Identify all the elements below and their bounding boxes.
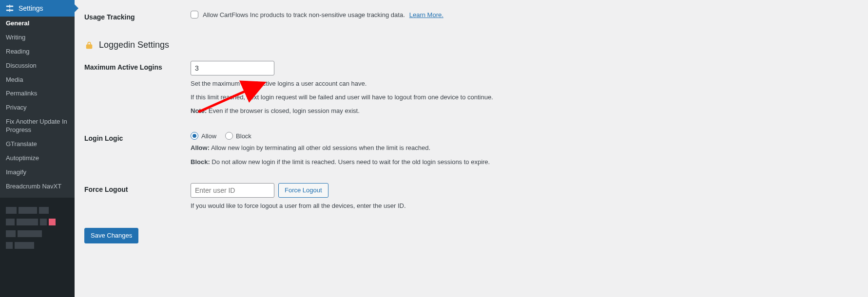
submenu-item-privacy[interactable]: Privacy: [0, 101, 75, 115]
section-heading-text: Loggedin Settings: [99, 40, 169, 50]
max-logins-desc1: Set the maximum no. of active logins a u…: [191, 78, 858, 89]
svg-rect-0: [6, 6, 9, 7]
usage-tracking-text: Allow CartFlows Inc products to track no…: [203, 11, 405, 19]
login-logic-block-desc-text: Do not allow new login if the limit is r…: [210, 158, 490, 166]
login-logic-allow-radio[interactable]: [191, 132, 198, 140]
login-logic-radios: Allow Block: [191, 132, 858, 140]
login-logic-allow-desc-text: Allow new login by terminating all other…: [210, 144, 430, 151]
lock-icon: [84, 40, 94, 50]
row-max-active-logins: Maximum Active Logins Set the maximum no…: [84, 53, 858, 124]
sidebar-item-settings[interactable]: Settings: [0, 0, 75, 17]
settings-form: Usage Tracking Allow CartFlows Inc produ…: [84, 3, 858, 243]
max-logins-desc2: If this limit reached, next login reques…: [191, 92, 858, 103]
label-login-logic: Login Logic: [84, 132, 191, 143]
usage-tracking-learn-more-link[interactable]: Learn More.: [409, 11, 444, 19]
main-content: Usage Tracking Allow Brainstorm Force pr…: [75, 0, 868, 297]
force-logout-button[interactable]: Force Logout: [278, 183, 328, 198]
label-max-active-logins: Maximum Active Logins: [84, 61, 191, 72]
admin-sidebar: Settings General Writing Reading Discuss…: [0, 0, 75, 297]
submenu-item-media[interactable]: Media: [0, 73, 75, 87]
section-heading-loggedin: Loggedin Settings: [84, 40, 858, 50]
login-logic-allow-label: Allow: [201, 132, 216, 140]
login-logic-block-wrap[interactable]: Block: [225, 132, 251, 140]
max-logins-note-text: Even if the browser is closed, login ses…: [207, 107, 360, 114]
login-logic-block-desc-label: Block:: [191, 158, 210, 166]
login-logic-block-radio[interactable]: [225, 132, 233, 140]
submenu-item-general[interactable]: General: [0, 17, 75, 31]
label-force-logout: Force Logout: [84, 183, 191, 194]
submenu-item-breadcrumb[interactable]: Breadcrumb NavXT: [0, 180, 75, 194]
row-force-logout: Force Logout Force Logout If you would l…: [84, 175, 858, 219]
submenu-item-imagify[interactable]: Imagify: [0, 166, 75, 180]
usage-tracking-checkbox-wrap: Allow CartFlows Inc products to track no…: [191, 11, 858, 19]
submit-row: Save Changes: [84, 228, 858, 243]
usage-tracking-checkbox[interactable]: [191, 11, 198, 19]
force-logout-input[interactable]: [191, 183, 274, 198]
login-logic-allow-desc: Allow: Allow new login by terminating al…: [191, 143, 858, 153]
settings-icon: [5, 3, 15, 13]
sidebar-item-label: Settings: [19, 4, 43, 12]
login-logic-allow-wrap[interactable]: Allow: [191, 132, 216, 140]
submenu-item-autoptimize[interactable]: Autoptimize: [0, 151, 75, 166]
row-login-logic: Login Logic Allow Block Allow: Allow new…: [84, 124, 858, 175]
max-active-logins-input[interactable]: [191, 61, 274, 75]
sidebar-redacted-items: [0, 198, 75, 258]
svg-rect-4: [9, 5, 10, 8]
submenu-item-fix-update[interactable]: Fix Another Update In Progress: [0, 115, 75, 137]
submenu-item-discussion[interactable]: Discussion: [0, 59, 75, 73]
force-logout-inline-group: Force Logout: [191, 183, 858, 198]
max-logins-note: Note: Even if the browser is closed, log…: [191, 106, 858, 116]
svg-rect-5: [9, 9, 10, 12]
label-usage-tracking: Usage Tracking: [84, 11, 191, 21]
submenu-item-reading[interactable]: Reading: [0, 45, 75, 59]
max-logins-note-label: Note:: [191, 107, 207, 114]
sidebar-submenu: General Writing Reading Discussion Media…: [0, 17, 75, 198]
force-logout-desc: If you would like to force logout a user…: [191, 201, 858, 211]
row-usage-tracking: Usage Tracking Allow CartFlows Inc produ…: [84, 3, 858, 29]
submenu-item-writing[interactable]: Writing: [0, 31, 75, 45]
login-logic-block-desc: Block: Do not allow new login if the lim…: [191, 157, 858, 167]
submenu-item-permalinks[interactable]: Permalinks: [0, 87, 75, 101]
login-logic-allow-desc-label: Allow:: [191, 144, 210, 151]
svg-rect-1: [10, 6, 13, 7]
svg-rect-2: [6, 10, 9, 11]
svg-rect-3: [10, 10, 13, 11]
save-changes-button[interactable]: Save Changes: [84, 228, 138, 243]
login-logic-block-label: Block: [236, 132, 251, 140]
submenu-item-gtranslate[interactable]: GTranslate: [0, 137, 75, 151]
